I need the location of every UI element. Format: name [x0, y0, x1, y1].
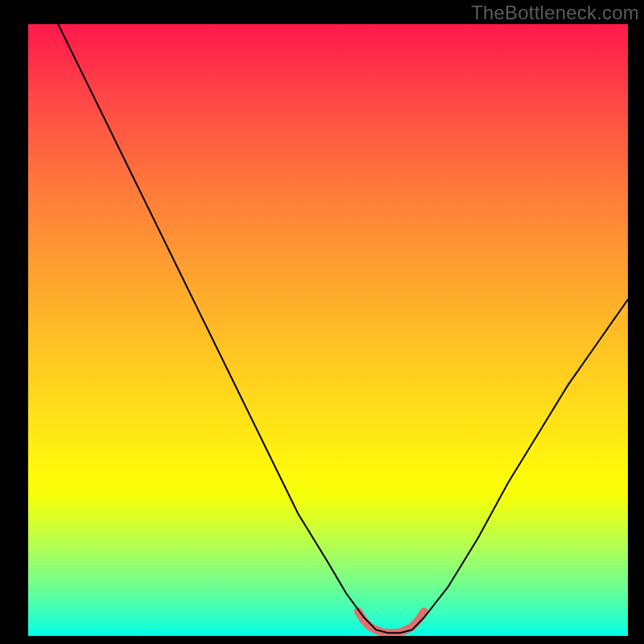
watermark-text: TheBottleneck.com	[471, 2, 639, 24]
series-group	[58, 24, 628, 633]
chart-container: TheBottleneck.com	[0, 0, 644, 644]
bottleneck-curve-path	[58, 24, 628, 633]
plot-area	[28, 24, 628, 636]
curve-svg	[28, 24, 628, 636]
